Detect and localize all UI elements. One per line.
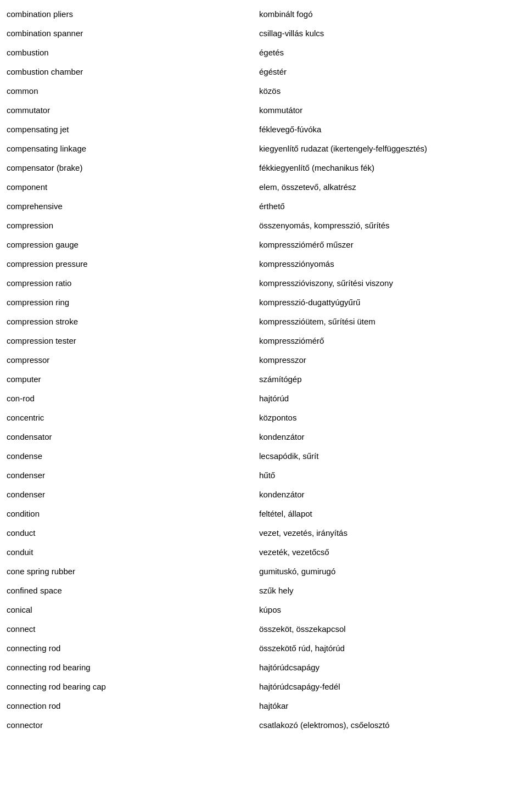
dictionary-row: combustion chamberégéstér: [7, 62, 520, 81]
dictionary-row: con-rodhajtórúd: [7, 389, 520, 408]
term: connect: [7, 624, 259, 634]
dictionary-row: conduitvezeték, vezetőcső: [7, 542, 520, 562]
dictionary-row: condenselecsapódik, sűrít: [7, 446, 520, 466]
dictionary-row: computerszámítógép: [7, 369, 520, 389]
translation: hűtő: [259, 471, 520, 480]
dictionary-row: confined spaceszűk hely: [7, 581, 520, 600]
dictionary-row: connecting rodösszekötő rúd, hajtórúd: [7, 639, 520, 658]
translation: lecsapódik, sűrít: [259, 451, 520, 461]
translation: vezeték, vezetőcső: [259, 547, 520, 557]
dictionary-row: concentricközpontos: [7, 408, 520, 427]
translation: kompresszióviszony, sűrítési viszony: [259, 278, 520, 288]
dictionary-row: cone spring rubbergumituskó, gumirugó: [7, 562, 520, 581]
term: compensating jet: [7, 125, 259, 134]
translation: központos: [259, 413, 520, 422]
term: condensator: [7, 432, 259, 441]
dictionary-row: compression ratiokompresszióviszony, sűr…: [7, 273, 520, 293]
term: confined space: [7, 586, 259, 595]
translation: összenyomás, kompresszió, sűrítés: [259, 221, 520, 230]
term: combustion chamber: [7, 67, 259, 76]
translation: kompresszióütem, sűrítési ütem: [259, 317, 520, 326]
term: compression gauge: [7, 240, 259, 249]
dictionary-row: compression ringkompresszió-dugattyúgyűr…: [7, 293, 520, 312]
term: compression ring: [7, 298, 259, 307]
translation: kompressziómérő: [259, 336, 520, 345]
translation: számítógép: [259, 374, 520, 384]
translation: kompressziónyomás: [259, 259, 520, 268]
dictionary-row: condenserhűtő: [7, 466, 520, 485]
term: combination spanner: [7, 29, 259, 38]
translation: csatlakozó (elektromos), csőelosztó: [259, 720, 520, 730]
translation: kommutátor: [259, 105, 520, 115]
translation: kompresszor: [259, 355, 520, 365]
translation: hajtórúdcsapágy: [259, 663, 520, 672]
translation: elem, összetevő, alkatrész: [259, 182, 520, 192]
dictionary-row: compression strokekompresszióütem, sűrít…: [7, 312, 520, 331]
term: commutator: [7, 105, 259, 115]
term: compression ratio: [7, 278, 259, 288]
dictionary-row: connecting rod bearing caphajtórúdcsapág…: [7, 677, 520, 696]
term: condition: [7, 509, 259, 518]
dictionary-row: combination plierskombinált fogó: [7, 4, 520, 24]
term: condense: [7, 451, 259, 461]
term: common: [7, 86, 259, 96]
dictionary-row: connectösszeköt, összekapcsol: [7, 619, 520, 639]
translation: vezet, vezetés, irányítás: [259, 528, 520, 537]
dictionary-row: conditionfeltétel, állapot: [7, 504, 520, 523]
translation: összeköt, összekapcsol: [259, 624, 520, 634]
translation: kondenzátor: [259, 490, 520, 499]
term: compression tester: [7, 336, 259, 345]
dictionary-row: compressorkompresszor: [7, 350, 520, 369]
translation: égetés: [259, 48, 520, 57]
dictionary-row: conicalkúpos: [7, 600, 520, 619]
translation: kompressziómérő műszer: [259, 240, 520, 249]
dictionary-row: combination spannercsillag-villás kulcs: [7, 24, 520, 43]
translation: gumituskó, gumirugó: [259, 567, 520, 576]
dictionary-row: compensating jetféklevegő-fúvóka: [7, 120, 520, 139]
translation: hajtórúdcsapágy-fedél: [259, 682, 520, 691]
term: conduit: [7, 547, 259, 557]
translation: szűk hely: [259, 586, 520, 595]
term: connecting rod bearing: [7, 663, 259, 672]
term: compression: [7, 221, 259, 230]
translation: kondenzátor: [259, 432, 520, 441]
term: combustion: [7, 48, 259, 57]
translation: feltétel, állapot: [259, 509, 520, 518]
dictionary-row: compression pressurekompressziónyomás: [7, 254, 520, 273]
translation: kombinált fogó: [259, 9, 520, 19]
dictionary-row: conductvezet, vezetés, irányítás: [7, 523, 520, 542]
dictionary-row: componentelem, összetevő, alkatrész: [7, 177, 520, 197]
translation: hajtókar: [259, 701, 520, 710]
dictionary-row: connecting rod bearinghajtórúdcsapágy: [7, 658, 520, 677]
term: conduct: [7, 528, 259, 537]
term: condenser: [7, 490, 259, 499]
dictionary-row: combustionégetés: [7, 43, 520, 62]
term: cone spring rubber: [7, 567, 259, 576]
dictionary-row: condenserkondenzátor: [7, 485, 520, 504]
translation: hajtórúd: [259, 394, 520, 403]
dictionary-container: combination plierskombinált fogócombinat…: [0, 0, 527, 739]
term: comprehensive: [7, 201, 259, 211]
translation: érthető: [259, 201, 520, 211]
term: component: [7, 182, 259, 192]
dictionary-row: commonközös: [7, 81, 520, 100]
dictionary-row: compensating linkagekiegyenlítő rudazat …: [7, 139, 520, 158]
dictionary-row: compensator (brake)fékkiegyenlítő (mecha…: [7, 158, 520, 177]
term: connector: [7, 720, 259, 730]
dictionary-row: connection rodhajtókar: [7, 696, 520, 715]
term: con-rod: [7, 394, 259, 403]
dictionary-row: condensatorkondenzátor: [7, 427, 520, 446]
term: compensator (brake): [7, 163, 259, 172]
dictionary-row: comprehensiveérthető: [7, 197, 520, 216]
term: conical: [7, 605, 259, 614]
term: compressor: [7, 355, 259, 365]
term: compression stroke: [7, 317, 259, 326]
translation: kúpos: [259, 605, 520, 614]
term: compensating linkage: [7, 144, 259, 153]
translation: csillag-villás kulcs: [259, 29, 520, 38]
translation: fékkiegyenlítő (mechanikus fék): [259, 163, 520, 172]
term: concentric: [7, 413, 259, 422]
dictionary-row: connectorcsatlakozó (elektromos), csőelo…: [7, 715, 520, 735]
term: connection rod: [7, 701, 259, 710]
term: connecting rod: [7, 643, 259, 653]
